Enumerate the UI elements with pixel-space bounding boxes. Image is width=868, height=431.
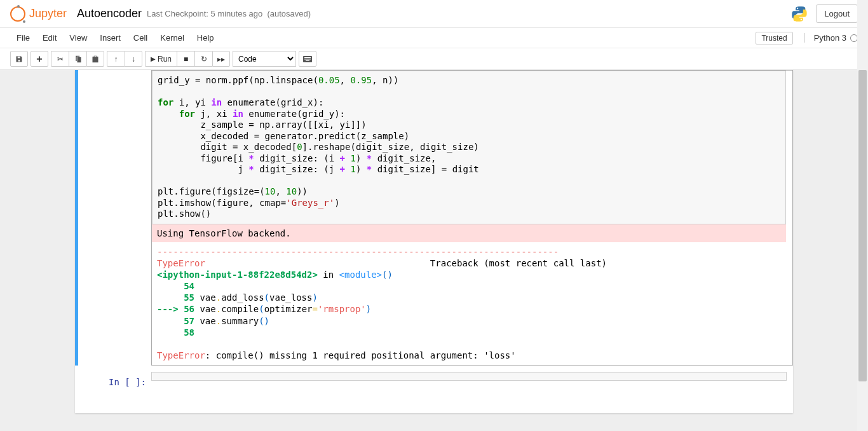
svg-rect-3 (306, 60, 309, 61)
move-up-button[interactable]: ↑ (107, 51, 125, 67)
menu-file[interactable]: File (10, 31, 36, 45)
menu-view[interactable]: View (63, 31, 93, 45)
notebook-title[interactable]: Autoencoder (77, 7, 142, 20)
move-down-button[interactable]: ↓ (125, 51, 142, 67)
cell-prompt (78, 70, 151, 366)
copy-button[interactable] (69, 51, 86, 67)
kernel-indicator[interactable]: Python 3 (804, 33, 858, 43)
code-cell-empty[interactable]: In [ ]: (75, 372, 793, 393)
notebook: grid_y = norm.ppf(np.linspace(0.05, 0.95… (75, 70, 793, 413)
checkpoint-text: Last Checkpoint: 5 minutes ago (autosave… (147, 9, 311, 18)
menu-edit[interactable]: Edit (36, 31, 63, 45)
menu-insert[interactable]: Insert (93, 31, 127, 45)
jupyter-logo-icon (10, 6, 25, 22)
output-stderr: Using TensorFlow backend. (152, 224, 786, 242)
jupyter-logo[interactable]: Jupyter (10, 6, 67, 22)
menu-kernel[interactable]: Kernel (154, 31, 191, 45)
code-cell-1[interactable]: grid_y = norm.ppf(np.linspace(0.05, 0.95… (75, 70, 793, 366)
menu-cell[interactable]: Cell (127, 31, 154, 45)
cut-button[interactable]: ✂ (51, 51, 69, 67)
celltype-select[interactable]: Code (233, 51, 296, 67)
menu-help[interactable]: Help (191, 31, 220, 45)
run-button[interactable]: ▶Run (145, 51, 177, 67)
notebook-area: grid_y = norm.ppf(np.linspace(0.05, 0.95… (0, 70, 868, 431)
interrupt-button[interactable]: ■ (177, 51, 194, 67)
restart-button[interactable]: ↻ (194, 51, 212, 67)
scrollbar-thumb[interactable] (858, 70, 867, 381)
paste-button[interactable] (86, 51, 104, 67)
menu-bar: File Edit View Insert Cell Kernel Help T… (0, 28, 868, 48)
scrollbar[interactable] (857, 0, 868, 431)
save-button[interactable] (10, 51, 28, 67)
code-input[interactable]: grid_y = norm.ppf(np.linspace(0.05, 0.95… (152, 71, 786, 224)
output-traceback: ----------------------------------------… (152, 242, 786, 366)
code-input-empty[interactable] (151, 372, 787, 381)
svg-rect-2 (304, 58, 311, 59)
cell-prompt-empty: In [ ]: (78, 372, 151, 387)
logo-text: Jupyter (29, 7, 67, 20)
svg-rect-1 (304, 57, 311, 58)
add-cell-button[interactable]: + (31, 51, 48, 67)
trusted-badge[interactable]: Trusted (756, 32, 792, 44)
command-palette-button[interactable] (299, 51, 316, 67)
header-bar: Jupyter Autoencoder Last Checkpoint: 5 m… (0, 0, 868, 28)
python-icon (790, 5, 808, 23)
toolbar: + ✂ ↑ ↓ ▶Run ■ ↻ ▸▸ Code (0, 48, 868, 70)
restart-run-button[interactable]: ▸▸ (212, 51, 230, 67)
logout-button[interactable]: Logout (816, 4, 858, 23)
